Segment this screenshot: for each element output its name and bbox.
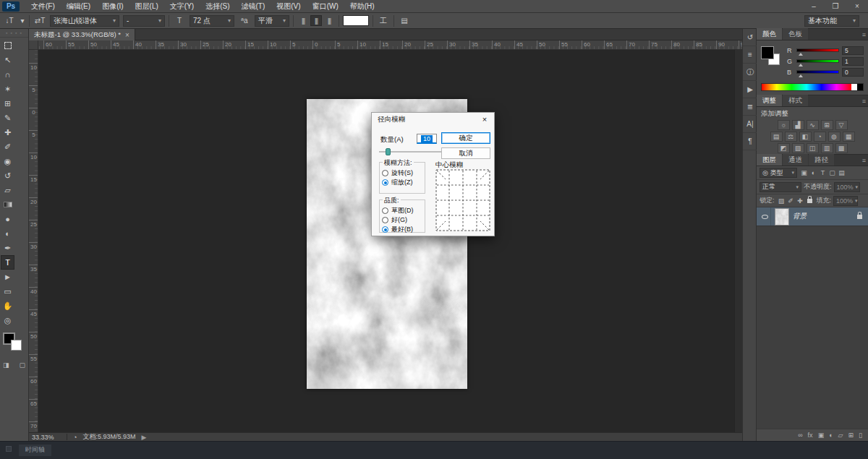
channel-value-field[interactable]: 1 xyxy=(842,57,864,66)
blur-method-option-0[interactable]: 旋转(S) xyxy=(382,168,422,178)
eraser-tool[interactable]: ▱ xyxy=(1,183,14,197)
menu-item-9[interactable]: 帮助(H) xyxy=(344,0,380,13)
tab-adjustments-1[interactable]: 样式 xyxy=(783,95,808,106)
panel-menu-icon[interactable]: ≡ xyxy=(862,98,866,105)
color-lookup-icon[interactable]: ▦ xyxy=(843,132,855,142)
channel-value-field[interactable]: 5 xyxy=(842,46,864,55)
font-style-select[interactable]: - ▾ xyxy=(123,15,165,27)
filter-pixel-layers-icon[interactable]: ▣ xyxy=(799,169,809,176)
slider-thumb-icon[interactable] xyxy=(799,64,803,67)
layer-effects-icon[interactable]: fx xyxy=(808,432,813,439)
timeline-tab[interactable]: 时间轴 xyxy=(19,445,51,456)
minimize-button[interactable]: – xyxy=(803,0,825,12)
close-button[interactable]: × xyxy=(846,0,868,12)
restore-button[interactable]: ❐ xyxy=(825,0,846,12)
blur-center-preview[interactable] xyxy=(435,169,490,231)
quality-radio-0[interactable] xyxy=(382,207,388,214)
info-panel-icon[interactable]: ⓘ xyxy=(743,64,757,81)
ok-button[interactable]: 确定 xyxy=(441,132,490,144)
shape-tool[interactable]: ▭ xyxy=(1,284,14,299)
foreground-color-swatch[interactable] xyxy=(761,46,774,59)
dialog-close-icon[interactable]: × xyxy=(475,113,494,126)
hue-saturation-icon[interactable]: ▤ xyxy=(770,132,783,142)
levels-icon[interactable]: ▟ xyxy=(792,120,804,130)
white-swatch[interactable] xyxy=(851,84,857,90)
slider-thumb-icon[interactable] xyxy=(799,53,803,56)
filter-shape-layers-icon[interactable]: ▢ xyxy=(827,169,837,176)
fill-select[interactable]: 100% ▾ xyxy=(833,196,858,206)
pen-tool[interactable]: ✒ xyxy=(1,241,14,255)
exposure-icon[interactable]: ⊞ xyxy=(821,120,833,130)
color-spectrum-ramp[interactable] xyxy=(761,83,864,91)
presets-panel-icon[interactable]: ≣ xyxy=(743,98,757,116)
cancel-button[interactable]: 取消 xyxy=(441,147,490,159)
amount-input[interactable]: 10 xyxy=(417,134,437,144)
threshold-icon[interactable]: ◫ xyxy=(807,143,819,153)
filter-adjustment-layers-icon[interactable]: ◐ xyxy=(809,169,818,176)
align-top-icon[interactable]: ||| xyxy=(297,15,309,26)
menu-item-2[interactable]: 图像(I) xyxy=(96,0,129,13)
type-tool[interactable]: T xyxy=(1,255,14,270)
menu-item-6[interactable]: 滤镜(T) xyxy=(236,0,271,13)
black-swatch[interactable] xyxy=(857,84,863,90)
black-white-icon[interactable]: ◧ xyxy=(799,132,812,142)
zoom-tool[interactable]: ◎ xyxy=(1,313,14,327)
dodge-tool[interactable]: ◐ xyxy=(1,226,14,241)
toggle-panels-icon[interactable]: ▤ xyxy=(398,15,411,27)
vibrance-icon[interactable]: ▽ xyxy=(835,120,848,130)
color-slider-track[interactable] xyxy=(796,70,839,74)
history-panel-icon[interactable]: ↺ xyxy=(743,29,757,46)
gradient-tool[interactable] xyxy=(1,197,14,212)
clone-stamp-tool[interactable]: ◉ xyxy=(1,154,14,168)
dialog-title-bar[interactable]: 径向模糊 × xyxy=(372,113,494,126)
layer-filter-select[interactable]: ◎ 类型 ▾ xyxy=(760,168,797,178)
anti-alias-select[interactable]: 平滑 ▾ xyxy=(255,15,289,27)
delete-layer-icon[interactable]: ▯ xyxy=(859,432,862,439)
menu-item-3[interactable]: 图层(L) xyxy=(129,0,164,13)
character-panel-icon[interactable]: A| xyxy=(743,116,757,133)
invert-icon[interactable]: ◩ xyxy=(778,143,790,153)
zoom-level-field[interactable]: 33.33% xyxy=(32,434,61,441)
move-tool[interactable]: ↖ xyxy=(1,53,14,67)
blur-method-radio-1[interactable] xyxy=(382,179,388,186)
blur-tool[interactable]: ● xyxy=(1,212,14,226)
slider-thumb[interactable] xyxy=(386,148,391,155)
add-layer-mask-icon[interactable]: ▣ xyxy=(818,432,825,439)
amount-slider[interactable] xyxy=(379,148,446,155)
link-layers-icon[interactable]: ∞ xyxy=(798,432,802,439)
panel-menu-icon[interactable]: ≡ xyxy=(862,157,866,164)
vertical-scrollbar[interactable] xyxy=(734,50,742,432)
canvas-region[interactable] xyxy=(38,50,734,432)
gradient-map-icon[interactable]: ▥ xyxy=(821,143,833,153)
blur-method-option-1[interactable]: 缩放(Z) xyxy=(382,178,422,187)
tab-layers-2[interactable]: 路径 xyxy=(809,154,834,166)
spectrum-gradient[interactable] xyxy=(762,84,851,90)
tab-adjustments-0[interactable]: 调整 xyxy=(757,95,782,106)
brightness-contrast-icon[interactable]: ☼ xyxy=(778,120,790,130)
lock-all-icon[interactable] xyxy=(807,199,812,203)
blur-method-radio-0[interactable] xyxy=(382,170,388,176)
workspace-select[interactable]: 基本功能 ▾ xyxy=(804,15,859,27)
menu-item-5[interactable]: 选择(S) xyxy=(200,0,235,13)
status-arrow-icon[interactable]: ▶ xyxy=(141,434,146,441)
lock-position-icon[interactable]: ✚ xyxy=(796,197,805,205)
opacity-select[interactable]: 100% ▾ xyxy=(834,182,860,192)
path-selection-tool[interactable]: ► xyxy=(1,270,14,284)
menu-item-1[interactable]: 编辑(E) xyxy=(61,0,96,13)
filter-type-layers-icon[interactable]: T xyxy=(818,169,827,176)
menu-item-7[interactable]: 视图(V) xyxy=(271,0,306,13)
lasso-tool[interactable]: ∩ xyxy=(1,67,14,82)
selective-color-icon[interactable]: ▩ xyxy=(835,143,848,153)
lock-transparency-icon[interactable]: ▨ xyxy=(777,197,786,205)
color-balance-icon[interactable]: ⚖ xyxy=(785,132,797,142)
text-orientation-icon[interactable]: ⇄T xyxy=(33,15,46,27)
brush-tool[interactable]: ✐ xyxy=(1,140,14,154)
new-group-icon[interactable]: ▱ xyxy=(838,432,843,439)
tab-color-1[interactable]: 色板 xyxy=(783,28,808,40)
quality-option-2[interactable]: 最好(B) xyxy=(382,225,422,234)
new-layer-icon[interactable]: ⊞ xyxy=(848,432,854,439)
panel-menu-icon[interactable]: ≡ xyxy=(862,31,866,38)
channel-mixer-icon[interactable]: ◍ xyxy=(828,132,841,142)
background-color-swatch[interactable] xyxy=(11,340,22,351)
timeline-grip-icon[interactable] xyxy=(6,446,12,452)
